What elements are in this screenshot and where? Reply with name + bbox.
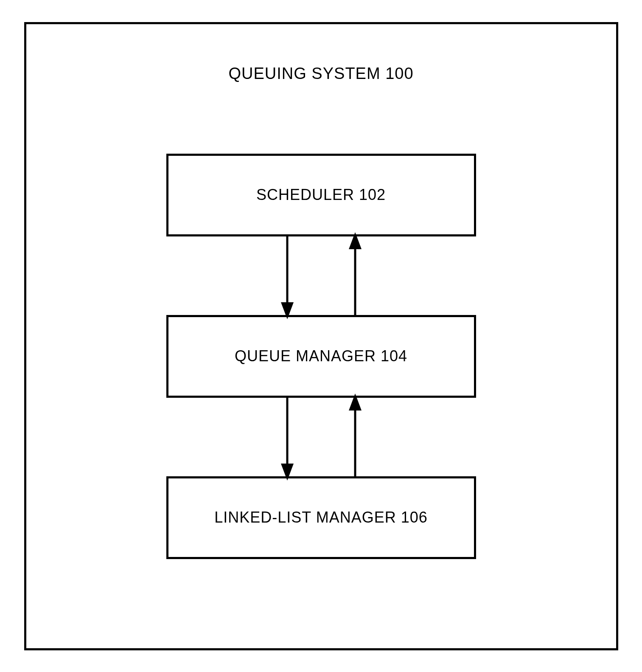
queue-manager-box: QUEUE MANAGER 104 <box>166 315 476 398</box>
linked-list-manager-label: LINKED-LIST MANAGER 106 <box>214 509 428 526</box>
linked-list-manager-box: LINKED-LIST MANAGER 106 <box>166 476 476 559</box>
scheduler-label: SCHEDULER 102 <box>256 186 386 204</box>
scheduler-box: SCHEDULER 102 <box>166 154 476 236</box>
system-title: QUEUING SYSTEM 100 <box>26 65 616 83</box>
queue-manager-label: QUEUE MANAGER 104 <box>235 347 407 365</box>
system-container: QUEUING SYSTEM 100 SCHEDULER 102 QUEUE M… <box>24 22 618 650</box>
